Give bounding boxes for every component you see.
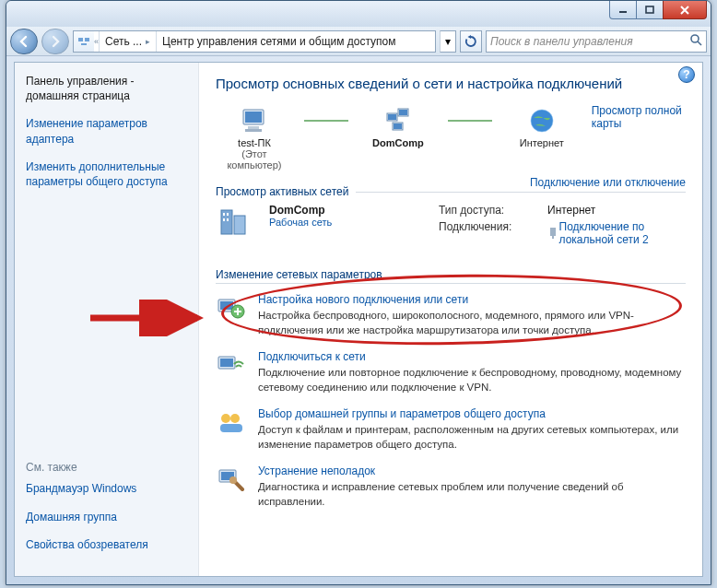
- titlebar: [6, 1, 711, 27]
- active-network: Подключение или отключение DomComp Рабоч…: [216, 200, 686, 253]
- search-box[interactable]: Поиск в панели управления: [486, 30, 707, 53]
- connections-label: Подключения:: [439, 220, 540, 246]
- svg-rect-22: [234, 216, 245, 234]
- map-internet: Интернет: [503, 104, 581, 148]
- svg-rect-10: [245, 129, 262, 132]
- sidebar: Панель управления - домашняя страница Из…: [15, 63, 199, 576]
- maximize-button[interactable]: [636, 1, 664, 19]
- svg-rect-28: [552, 236, 554, 239]
- svg-rect-15: [399, 110, 407, 115]
- svg-rect-26: [227, 218, 229, 221]
- task-title: Настройка нового подключения или сети: [258, 293, 686, 306]
- svg-point-35: [230, 414, 240, 423]
- svg-point-39: [229, 476, 237, 484]
- arrow-left-icon: [18, 35, 30, 48]
- refresh-icon: [464, 35, 477, 48]
- breadcrumb-root[interactable]: Сеть ... ▸: [99, 31, 156, 52]
- see-also-title: См. также: [26, 461, 187, 474]
- connect-disconnect-link[interactable]: Подключение или отключение: [530, 176, 686, 189]
- svg-rect-1: [646, 6, 653, 13]
- task-desc: Подключение или повторное подключение к …: [258, 366, 686, 394]
- access-type-label: Тип доступа:: [439, 204, 540, 217]
- svg-line-6: [698, 41, 701, 45]
- task-troubleshoot[interactable]: Устранение неполадок Диагностика и испра…: [216, 465, 686, 509]
- troubleshoot-icon: [217, 465, 246, 493]
- svg-rect-8: [245, 112, 262, 123]
- see-also-firewall[interactable]: Брандмауэр Windows: [26, 481, 187, 496]
- nav-bar: « Сеть ... ▸ Центр управления сетями и о…: [6, 27, 711, 56]
- minimize-button[interactable]: [609, 1, 637, 19]
- search-icon: [689, 33, 702, 49]
- see-also-internet-options[interactable]: Свойства обозревателя: [26, 537, 187, 552]
- svg-rect-27: [550, 228, 556, 236]
- task-connect-network[interactable]: Подключиться к сети Подключение или повт…: [216, 350, 686, 394]
- see-also-homegroup[interactable]: Домашняя группа: [26, 510, 187, 524]
- svg-rect-9: [248, 126, 259, 129]
- svg-rect-3: [85, 38, 89, 41]
- forward-button[interactable]: [41, 29, 69, 54]
- svg-rect-23: [223, 213, 225, 216]
- ethernet-icon: [547, 227, 556, 240]
- chevron-right-icon: ▸: [146, 37, 150, 46]
- active-network-name: DomComp: [269, 204, 426, 217]
- svg-rect-2: [78, 38, 83, 41]
- sidebar-item-adapter-settings[interactable]: Изменение параметров адаптера: [26, 116, 187, 146]
- svg-rect-25: [223, 218, 225, 221]
- svg-rect-0: [619, 11, 627, 13]
- active-network-type[interactable]: Рабочая сеть: [269, 217, 426, 228]
- svg-rect-36: [220, 424, 242, 432]
- search-placeholder: Поиск в панели управления: [490, 35, 633, 48]
- map-this-pc: test-ПК (Этот компьютер): [216, 104, 293, 171]
- breadcrumb-current[interactable]: Центр управления сетями и общим доступом: [156, 31, 402, 52]
- task-desc: Доступ к файлам и принтерам, расположенн…: [258, 423, 686, 452]
- arrow-right-icon: [49, 35, 62, 48]
- map-pc-name: test-ПК: [216, 137, 293, 148]
- map-domain-name: DomComp: [359, 137, 437, 148]
- svg-rect-24: [227, 213, 229, 216]
- connection-link[interactable]: Подключение по локальной сети 2: [547, 220, 686, 246]
- refresh-button[interactable]: [460, 30, 482, 53]
- task-title: Подключиться к сети: [258, 350, 686, 363]
- back-button[interactable]: [10, 29, 38, 54]
- page-title: Просмотр основных сведений о сети и наст…: [216, 76, 686, 91]
- map-internet-label: Интернет: [503, 137, 581, 148]
- svg-point-34: [221, 414, 230, 423]
- svg-rect-4: [81, 43, 87, 45]
- task-desc: Настройка беспроводного, широкополосного…: [258, 309, 686, 337]
- svg-rect-17: [394, 123, 402, 129]
- homegroup-icon: [217, 408, 246, 436]
- connect-network-icon: [217, 351, 246, 379]
- network-icon: [74, 31, 94, 52]
- map-line-1: [304, 104, 348, 137]
- address-dropdown[interactable]: ▾: [440, 30, 456, 53]
- svg-rect-30: [220, 301, 233, 310]
- access-type-value: Интернет: [547, 204, 686, 217]
- explorer-window: « Сеть ... ▸ Центр управления сетями и о…: [6, 0, 711, 585]
- svg-point-5: [691, 35, 699, 42]
- map-domain: DomComp: [359, 104, 437, 148]
- pc-icon: [240, 107, 269, 135]
- change-settings-title: Изменение сетевых параметров: [216, 268, 686, 281]
- control-panel-home[interactable]: Панель управления - домашняя страница: [26, 74, 187, 103]
- view-full-map-link[interactable]: Просмотр полной карты: [592, 104, 686, 130]
- address-bar[interactable]: « Сеть ... ▸ Центр управления сетями и о…: [73, 30, 436, 53]
- map-line-2: [448, 104, 492, 137]
- close-button[interactable]: [663, 1, 707, 19]
- task-desc: Диагностика и исправление сетевых пробле…: [258, 480, 686, 509]
- svg-rect-33: [220, 359, 233, 367]
- task-homegroup[interactable]: Выбор домашней группы и параметров общег…: [216, 407, 686, 452]
- globe-icon: [528, 107, 556, 135]
- sidebar-item-sharing-settings[interactable]: Изменить дополнительные параметры общего…: [26, 159, 187, 189]
- task-title: Устранение неполадок: [258, 465, 686, 477]
- main-pane: Просмотр основных сведений о сети и наст…: [199, 63, 702, 576]
- network-map: test-ПК (Этот компьютер): [216, 104, 686, 171]
- new-connection-icon: [217, 294, 246, 322]
- map-pc-sub: (Этот компьютер): [216, 148, 293, 171]
- multi-pc-icon: [384, 105, 412, 136]
- content-area: ? Панель управления - домашняя страница …: [14, 62, 703, 577]
- task-setup-connection[interactable]: Настройка нового подключения или сети На…: [216, 293, 686, 337]
- active-networks-title: Просмотр активных сетей: [216, 185, 348, 198]
- svg-rect-13: [388, 114, 396, 120]
- task-title: Выбор домашней группы и параметров общег…: [258, 407, 686, 420]
- office-network-icon: [216, 205, 256, 240]
